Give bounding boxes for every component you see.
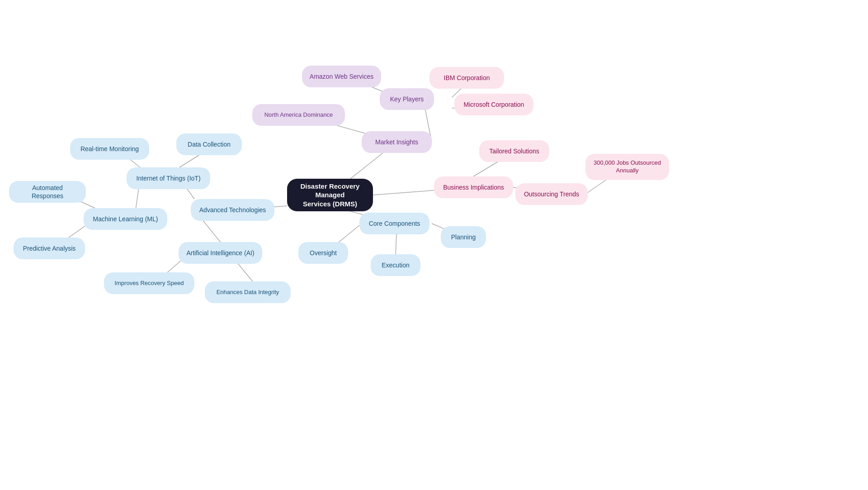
key-players-node[interactable]: Key Players: [380, 88, 434, 110]
ibm-node[interactable]: IBM Corporation: [429, 67, 504, 89]
iot-node[interactable]: Internet of Things (IoT): [127, 167, 210, 189]
north-america-node[interactable]: North America Dominance: [252, 104, 345, 126]
predictive-analysis-label: Predictive Analysis: [23, 244, 76, 252]
machine-learning-node[interactable]: Machine Learning (ML): [84, 208, 167, 230]
business-implications-node[interactable]: Business Implications: [434, 176, 513, 198]
tailored-solutions-label: Tailored Solutions: [489, 147, 539, 155]
center-node[interactable]: Disaster Recovery Managed Services (DRMS…: [287, 179, 373, 211]
svg-line-12: [396, 234, 396, 256]
realtime-label: Real-time Monitoring: [80, 145, 139, 153]
amazon-node[interactable]: Amazon Web Services: [302, 66, 381, 87]
amazon-label: Amazon Web Services: [310, 72, 373, 81]
enhances-data-label: Enhances Data Integrity: [217, 289, 279, 296]
microsoft-node[interactable]: Microsoft Corporation: [454, 94, 533, 115]
improves-recovery-label: Improves Recovery Speed: [114, 280, 184, 287]
iot-label: Internet of Things (IoT): [136, 174, 200, 182]
machine-learning-label: Machine Learning (ML): [93, 215, 158, 223]
advanced-tech-node[interactable]: Advanced Technologies: [191, 199, 274, 221]
oversight-label: Oversight: [310, 249, 337, 257]
advanced-tech-label: Advanced Technologies: [199, 206, 266, 214]
microsoft-label: Microsoft Corporation: [464, 100, 524, 109]
market-insights-label: Market Insights: [375, 138, 418, 146]
key-players-label: Key Players: [390, 95, 424, 103]
oversight-node[interactable]: Oversight: [298, 242, 348, 264]
north-america-label: North America Dominance: [264, 111, 333, 119]
ai-node[interactable]: Artificial Intelligence (AI): [179, 242, 262, 264]
ibm-label: IBM Corporation: [444, 74, 490, 82]
realtime-monitoring-node[interactable]: Real-time Monitoring: [70, 138, 149, 160]
data-collection-label: Data Collection: [188, 140, 231, 148]
improves-recovery-node[interactable]: Improves Recovery Speed: [104, 272, 194, 294]
planning-label: Planning: [451, 233, 476, 241]
predictive-analysis-node[interactable]: Predictive Analysis: [14, 238, 85, 259]
planning-node[interactable]: Planning: [441, 226, 486, 248]
business-implications-label: Business Implications: [443, 183, 504, 191]
execution-label: Execution: [382, 261, 409, 269]
ai-label: Artificial Intelligence (AI): [186, 249, 254, 257]
core-components-label: Core Components: [369, 219, 420, 228]
enhances-data-node[interactable]: Enhances Data Integrity: [205, 281, 291, 303]
execution-node[interactable]: Execution: [371, 254, 420, 276]
data-collection-node[interactable]: Data Collection: [176, 133, 242, 155]
automated-responses-label: Automated Responses: [16, 184, 79, 200]
market-insights-node[interactable]: Market Insights: [362, 131, 432, 153]
automated-responses-node[interactable]: Automated Responses: [9, 181, 86, 203]
outsourcing-trends-label: Outsourcing Trends: [524, 190, 579, 198]
jobs-outsourced-node[interactable]: 300,000 Jobs Outsourced Annually: [585, 154, 669, 180]
center-label: Disaster Recovery Managed Services (DRMS…: [294, 182, 366, 209]
jobs-outsourced-label: 300,000 Jobs Outsourced Annually: [594, 159, 661, 175]
tailored-solutions-node[interactable]: Tailored Solutions: [479, 140, 549, 162]
outsourcing-trends-node[interactable]: Outsourcing Trends: [515, 183, 588, 205]
core-components-node[interactable]: Core Components: [359, 213, 429, 234]
